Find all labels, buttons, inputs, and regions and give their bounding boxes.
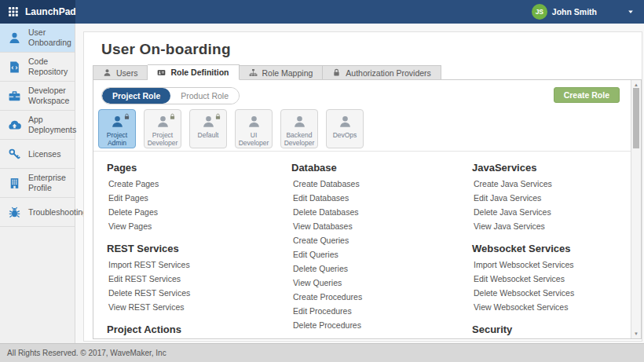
tab-users[interactable]: Users	[93, 65, 148, 80]
permission-item: Create Pages	[107, 177, 291, 191]
sidebar-item-enterprise-profile[interactable]: EnterpriseProfile	[0, 169, 75, 198]
tab-role-mapping[interactable]: Role Mapping	[240, 65, 324, 80]
permission-item: View Databases	[291, 219, 472, 233]
role-card-default[interactable]: Default	[189, 109, 227, 148]
id-card-icon	[157, 68, 166, 77]
role-card-backend-developer[interactable]: BackendDeveloper	[280, 109, 318, 148]
role-card-project-admin[interactable]: ProjectAdmin	[98, 109, 136, 148]
sidebar-item-app-deployments[interactable]: AppDeployments	[0, 111, 75, 140]
role-card-label: ProjectDeveloper	[148, 132, 178, 147]
role-card-label: UIDeveloper	[239, 132, 269, 147]
role-card-project-developer[interactable]: ProjectDeveloper	[144, 109, 181, 148]
permission-section: REST ServicesImport REST ServicesEdit RE…	[107, 243, 291, 314]
role-card-label: Default	[198, 132, 219, 140]
apps-grid-icon[interactable]	[8, 6, 19, 17]
permission-item: Delete REST Services	[107, 286, 291, 300]
user-icon	[338, 115, 353, 129]
key-icon	[8, 148, 21, 161]
sidebar-item-label: DeveloperWorkspace	[28, 86, 69, 106]
sidebar-item-label-line: Licenses	[28, 149, 60, 159]
copyright-text: All Rights Reserved. © 2017, WaveMaker, …	[7, 349, 166, 357]
sidebar-item-label: EnterpriseProfile	[28, 173, 66, 193]
tab-label: Authorization Providers	[346, 68, 431, 78]
tab-label: Role Mapping	[262, 68, 313, 78]
user-icon	[201, 115, 216, 129]
permission-group-title: Security	[472, 324, 631, 335]
sidebar-item-label-line: Workspace	[28, 96, 69, 106]
user-icon	[247, 115, 262, 129]
permissions-column: JavaServicesCreate Java ServicesEdit Jav…	[472, 162, 631, 338]
role-type-toggle: Project RoleProduct Role	[101, 87, 240, 104]
role-cards-row: ProjectAdminProjectDeveloperDefaultUIDev…	[98, 109, 364, 148]
scrollbar-thumb[interactable]	[633, 88, 639, 148]
role-card-ui-developer[interactable]: UIDeveloper	[235, 109, 273, 148]
permission-item: Delete Procedures	[291, 318, 472, 332]
tab-bar: UsersRole DefinitionRole MappingAuthoriz…	[93, 64, 441, 80]
permission-item: Edit Websocket Services	[472, 272, 631, 286]
permission-item: View Websocket Services	[472, 300, 631, 314]
lock-icon	[332, 68, 341, 77]
role-card-devops[interactable]: DevOps	[326, 109, 364, 148]
permission-item: Edit Java Services	[472, 191, 631, 205]
tab-role-definition[interactable]: Role Definition	[148, 64, 239, 80]
permission-section: JavaServicesCreate Java ServicesEdit Jav…	[472, 162, 631, 233]
main-panel: User On-boarding UsersRole DefinitionRol…	[83, 31, 642, 342]
role-card-label-line: Admin	[107, 140, 127, 148]
sidebar-item-label: CodeRepository	[28, 57, 68, 77]
permission-item: Edit Pages	[107, 191, 291, 205]
permission-item: View Java Services	[472, 219, 631, 233]
permission-item: Edit REST Services	[107, 272, 291, 286]
sidebar-item-licenses[interactable]: Licenses	[0, 140, 75, 169]
user-icon	[103, 68, 112, 77]
lock-icon	[123, 113, 130, 120]
role-card-label-line: Default	[198, 132, 219, 140]
avatar[interactable]: JS	[532, 4, 547, 20]
permission-item: Import REST Services	[107, 258, 291, 272]
sidebar-item-label-line: Troubleshooting	[28, 207, 87, 218]
page-title: User On-boarding	[101, 41, 642, 58]
role-card-label: DevOps	[333, 132, 357, 140]
sidebar-item-label-line: Developer	[28, 86, 69, 96]
lock-icon	[214, 113, 221, 120]
sitemap-icon	[249, 68, 258, 77]
scroll-down-arrow-icon[interactable]: ▼	[631, 331, 641, 337]
app-title: LaunchPad	[25, 6, 76, 17]
permission-item: Create Procedures	[291, 290, 472, 304]
sidebar-item-troubleshooting[interactable]: Troubleshooting	[0, 198, 75, 227]
permission-item: Edit Procedures	[291, 304, 472, 318]
sidebar-item-developer-workspace[interactable]: DeveloperWorkspace	[0, 82, 75, 111]
permission-group-title: Database	[291, 162, 472, 174]
permission-item: Create Java Services	[472, 177, 631, 191]
role-type-tab-project-role[interactable]: Project Role	[102, 88, 170, 104]
sidebar-item-label: UserOnboarding	[28, 27, 71, 48]
permission-group-title: JavaServices	[472, 162, 631, 174]
sidebar-item-label-line: Repository	[28, 67, 68, 77]
permission-section: Project Actions	[107, 324, 291, 335]
role-card-label-line: Developer	[239, 140, 269, 148]
code-file-icon	[8, 60, 21, 74]
scroll-up-arrow-icon[interactable]: ▲	[631, 82, 641, 88]
permission-item: View Pages	[107, 219, 291, 233]
permission-group-title: REST Services	[107, 243, 291, 254]
sidebar-item-code-repository[interactable]: CodeRepository	[0, 53, 75, 82]
app-brand: LaunchPad	[0, 0, 75, 24]
permission-item: Delete Databases	[291, 205, 472, 219]
permission-section: Websocket ServicesImport Websocket Servi…	[472, 243, 631, 314]
permission-item: Create Queries	[291, 233, 472, 247]
user-menu[interactable]: JS John Smith	[532, 4, 644, 20]
create-role-button[interactable]: Create Role	[554, 87, 620, 103]
tab-authorization-providers[interactable]: Authorization Providers	[323, 65, 441, 80]
sidebar-item-user-onboarding[interactable]: UserOnboarding	[0, 24, 75, 53]
caret-down-icon[interactable]	[627, 8, 635, 16]
permission-item: Delete Java Services	[472, 205, 631, 219]
role-card-label-line: Developer	[148, 140, 178, 148]
vertical-scrollbar[interactable]: ▲ ▼	[631, 80, 641, 338]
tab-label: Users	[116, 68, 137, 78]
user-icon	[156, 115, 170, 129]
permission-item: View REST Services	[107, 300, 291, 314]
role-type-tab-product-role[interactable]: Product Role	[170, 88, 239, 104]
permissions-column: DatabaseCreate DatabasesEdit DatabasesDe…	[291, 162, 472, 338]
sidebar-item-label-line: Onboarding	[28, 38, 71, 48]
user-icon	[110, 115, 125, 129]
permission-section: PagesCreate PagesEdit PagesDelete PagesV…	[107, 162, 291, 233]
